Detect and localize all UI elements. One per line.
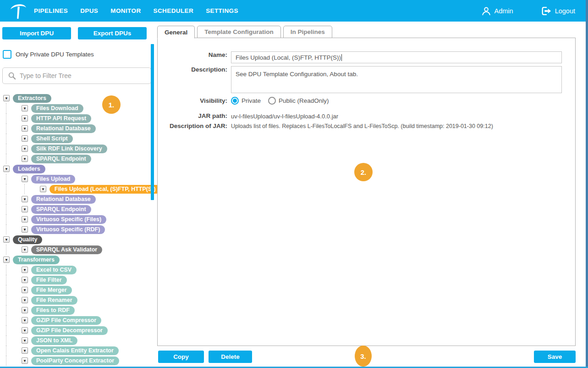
- tree-expander-icon[interactable]: ▼: [22, 327, 28, 334]
- copy-button[interactable]: Copy: [158, 351, 204, 363]
- nav-item-settings[interactable]: SETTINGS: [206, 7, 238, 14]
- nav-item-scheduler[interactable]: SCHEDULER: [154, 7, 194, 14]
- tree-row: ▼JSON to XML: [0, 335, 156, 346]
- tree-expander-icon[interactable]: ▼: [22, 196, 28, 202]
- tree-expander-icon[interactable]: ▼: [22, 156, 28, 162]
- tree-expander-icon[interactable]: ▼: [3, 256, 10, 263]
- tab-template-configuration[interactable]: Template Configuration: [197, 26, 281, 38]
- tree-item-sparql-endpoint[interactable]: SPARQL Endpoint: [31, 155, 91, 163]
- tree-expander-icon[interactable]: ▼: [3, 236, 10, 243]
- tree-expander-icon[interactable]: ▼: [40, 186, 46, 192]
- tree-expander-icon[interactable]: ▼: [22, 135, 28, 142]
- tree-item-virtuoso-specific-rdf[interactable]: Virtuoso Specific (RDF): [31, 225, 105, 234]
- jar-description-label: Description of JAR:: [158, 123, 231, 129]
- tree-row: ▼Files Download: [0, 103, 156, 113]
- tree-item-json-to-xml[interactable]: JSON to XML: [31, 336, 77, 345]
- nav-item-monitor[interactable]: MONITOR: [110, 7, 141, 14]
- tree-expander-icon[interactable]: ▼: [22, 206, 28, 212]
- tree-item-shell-script[interactable]: Shell Script: [31, 134, 73, 143]
- window-frame-right: [586, 0, 588, 368]
- tree-expander-icon[interactable]: ▼: [22, 287, 28, 293]
- logout-button[interactable]: Logout: [541, 6, 575, 17]
- save-button[interactable]: Save: [534, 351, 576, 363]
- tree-indent-guide: [6, 113, 18, 123]
- tree-expander-icon[interactable]: ▼: [22, 307, 28, 313]
- app-logo-icon[interactable]: [8, 1, 28, 21]
- tree-expander-icon[interactable]: ▼: [22, 125, 28, 132]
- tree-expander-icon[interactable]: ▼: [22, 297, 28, 303]
- export-dpus-button[interactable]: Export DPUs: [78, 27, 147, 39]
- tree-item-virtuoso-specific-files[interactable]: Virtuoso Specific (Files): [31, 215, 106, 224]
- logout-label: Logout: [555, 7, 575, 15]
- search-icon: [8, 72, 16, 80]
- tree-indent-guide: [6, 214, 18, 224]
- tree-expander-icon[interactable]: ▼: [22, 357, 28, 364]
- tree-expander-icon[interactable]: ▼: [22, 277, 28, 283]
- tree-expander-icon[interactable]: ▼: [22, 105, 28, 112]
- tree-expander-icon[interactable]: ▼: [22, 176, 28, 182]
- tree-item-gzip-file-compressor[interactable]: GZIP File Compressor: [31, 316, 101, 325]
- radio-option-label: Private: [242, 97, 261, 104]
- tree-item-sparql-ask-validator[interactable]: SPARQL Ask Validator: [31, 245, 102, 254]
- import-dpu-button[interactable]: Import DPU: [2, 27, 71, 39]
- visibility-option-private[interactable]: Private: [231, 97, 261, 105]
- tree-item-excel-to-csv[interactable]: Excel to CSV: [31, 266, 77, 274]
- tree-expander-icon[interactable]: ▼: [22, 337, 28, 344]
- tree-row: ▼Relational Database: [0, 194, 156, 204]
- tree-expander-icon[interactable]: ▼: [22, 267, 28, 273]
- visibility-label: Visibility:: [158, 97, 231, 104]
- description-input[interactable]: See DPU Template Configuration, About ta…: [231, 66, 562, 93]
- tree-expander-icon[interactable]: ▼: [22, 115, 28, 122]
- name-input[interactable]: Files Upload (Local, (S)FTP, HTTP(S)): [231, 51, 562, 63]
- tree-row: ▼SPARQL Ask Validator: [0, 245, 156, 255]
- tree-item-files-download[interactable]: Files Download: [31, 104, 83, 113]
- tree-expander-icon[interactable]: ▼: [22, 226, 28, 233]
- radio-unselected-icon[interactable]: [268, 97, 276, 105]
- tree-item-relational-database[interactable]: Relational Database: [31, 195, 96, 204]
- tree-item-transformers[interactable]: Transformers: [13, 256, 60, 264]
- tree-item-files-upload[interactable]: Files Upload: [31, 175, 75, 184]
- tree-item-silk-rdf-link-discovery[interactable]: Silk RDF Link Discovery: [31, 145, 107, 153]
- tree-item-http-api-request[interactable]: HTTP API Request: [31, 114, 91, 123]
- tree-expander-icon[interactable]: ▼: [3, 166, 10, 172]
- tree-indent-guide: [6, 174, 18, 184]
- tree-item-sparql-endpoint[interactable]: SPARQL Endpoint: [31, 205, 91, 214]
- tree-item-relational-database[interactable]: Relational Database: [31, 124, 96, 133]
- tab-general[interactable]: General: [157, 26, 195, 39]
- tree-expander-icon[interactable]: ▼: [22, 216, 28, 223]
- tree-item-file-filter[interactable]: File Filter: [31, 276, 67, 284]
- tree-expander-icon[interactable]: ▼: [3, 95, 10, 101]
- nav-item-dpus[interactable]: DPUS: [80, 7, 98, 14]
- logout-icon: [541, 6, 552, 17]
- tree-item-loaders[interactable]: Loaders: [13, 165, 45, 173]
- radio-selected-icon[interactable]: [231, 97, 239, 105]
- tree-item-files-upload-local-s-ftp-http-s[interactable]: Files Upload (Local, (S)FTP, HTTP(S)): [49, 185, 161, 194]
- user-icon: [481, 6, 491, 16]
- tree-item-poolparty-concept-extractor[interactable]: PoolParty Concept Extractor: [31, 357, 119, 365]
- tree-item-quality[interactable]: Quality: [13, 235, 42, 244]
- tree-item-file-merger[interactable]: File Merger: [31, 286, 72, 295]
- delete-button[interactable]: Delete: [209, 351, 252, 363]
- visibility-option-public-readonly[interactable]: Public (ReadOnly): [268, 97, 329, 105]
- tree-item-extractors[interactable]: Extractors: [13, 94, 51, 103]
- tree-filter-input[interactable]: [20, 72, 143, 79]
- annotation-badge-1: 1.: [102, 95, 121, 114]
- tree-row: ▼Files Upload: [0, 174, 156, 184]
- tree-scrollbar[interactable]: [151, 44, 154, 200]
- tree-indent-guide: [6, 204, 18, 214]
- tab-in-pipelines[interactable]: In Pipelines: [283, 26, 332, 38]
- tree-expander-icon[interactable]: ▼: [22, 145, 28, 152]
- nav-item-pipelines[interactable]: PIPELINES: [34, 7, 68, 14]
- tree-expander-icon[interactable]: ▼: [22, 347, 28, 354]
- tree-item-open-calais-entity-extractor[interactable]: Open Calais Entity Extractor: [31, 346, 119, 355]
- tree-row: ▼Virtuoso Specific (RDF): [0, 224, 156, 234]
- tree-item-gzip-file-decompressor[interactable]: GZIP File Decompressor: [31, 326, 108, 335]
- tree-expander-icon[interactable]: ▼: [22, 246, 28, 253]
- tree-item-files-to-rdf[interactable]: Files to RDF: [31, 306, 75, 315]
- tree-row: ▼GZIP File Compressor: [0, 315, 156, 325]
- only-private-checkbox[interactable]: [3, 50, 11, 59]
- tree-expander-icon[interactable]: ▼: [22, 317, 28, 323]
- tree-item-file-renamer[interactable]: File Renamer: [31, 296, 77, 305]
- user-menu[interactable]: Admin: [481, 6, 513, 16]
- annotation-badge-2: 2.: [354, 163, 373, 181]
